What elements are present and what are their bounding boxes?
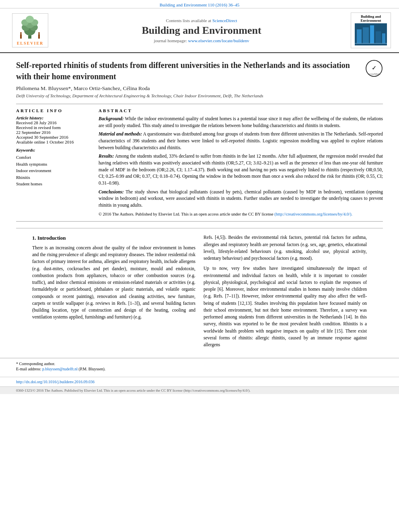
keyword-student-homes: Student homes xyxy=(16,181,90,187)
keyword-rhinitis: Rhinitis xyxy=(16,174,90,181)
keywords-label: Keywords: xyxy=(16,148,90,152)
bottom-bar: 0360-1323/© 2016 The Authors. Published … xyxy=(0,386,399,394)
elsevier-box: ELSEVIER xyxy=(12,13,48,47)
corresponding-author: * Corresponding author. xyxy=(16,362,383,366)
keywords-list: Comfort Health symptoms Indoor environme… xyxy=(16,154,90,187)
email-line: E-mail address: p.bluyssen@tudelft.nl (P… xyxy=(16,367,383,371)
abstract-panel: Abstract Background: While the indoor en… xyxy=(99,108,383,217)
journal-cover-logo: Building andEnvironment xyxy=(351,12,391,48)
open-access-line: © 2016 The Authors. Published by Elsevie… xyxy=(99,211,383,218)
results-text: Among the students studied, 33% declared… xyxy=(99,154,383,185)
keyword-comfort: Comfort xyxy=(16,154,90,161)
svg-point-7 xyxy=(26,16,34,23)
available-date: Available online 1 October 2016 xyxy=(16,140,90,144)
footnote-area: * Corresponding author. E-mail address: … xyxy=(0,358,399,374)
intro-paragraph-right-1: Refs. [4,5]). Besides the environmental … xyxy=(204,234,367,262)
journal-center-block: Contents lists available at ScienceDirec… xyxy=(52,18,351,43)
section-divider xyxy=(16,228,383,228)
cc-license-link[interactable]: (http://creativecommons.org/licenses/by/… xyxy=(274,212,352,216)
conclusions-text: The study shows that biological pollutan… xyxy=(99,189,383,207)
article-info-abstract-container: Article Info Article history: Received 2… xyxy=(16,104,383,222)
background-label: Background: xyxy=(99,116,124,121)
abstract-results: Results: Among the students studied, 33%… xyxy=(99,153,383,186)
svg-rect-17 xyxy=(382,33,385,43)
accepted-date: Accepted 30 September 2016 xyxy=(16,135,90,140)
body-right-column: Refs. [4,5]). Besides the environmental … xyxy=(204,234,367,351)
doi-link[interactable]: http://dx.doi.org/10.1016/j.buildenv.201… xyxy=(16,380,95,384)
svg-rect-16 xyxy=(376,31,381,43)
results-label: Results: xyxy=(99,154,114,158)
bottom-license-link[interactable]: (http://creativecommons.org/licenses/by/… xyxy=(183,388,250,392)
article-info-heading: Article Info xyxy=(16,108,90,113)
email-label: E-mail address: xyxy=(16,367,41,371)
abstract-background: Background: While the indoor environment… xyxy=(99,115,383,129)
article-title-row: Self-reported rhinitis of students from … xyxy=(16,60,383,82)
crossmark-icon: ✓ CrossMark xyxy=(365,60,383,77)
author-email[interactable]: p.bluyssen@tudelft.nl xyxy=(42,367,78,371)
background-text: While the indoor environmental quality o… xyxy=(99,116,383,128)
elsevier-tree-icon xyxy=(16,15,44,39)
elsevier-logo-left: ELSEVIER xyxy=(8,13,52,47)
received-revised-label: Received in revised form xyxy=(16,125,90,130)
homepage-url[interactable]: www.elsevier.com/locate/buildenv xyxy=(188,38,249,43)
journal-header: ELSEVIER Contents lists available at Sci… xyxy=(0,8,399,53)
keyword-health-symptoms: Health symptoms xyxy=(16,161,90,168)
journal-volume-info: Building and Environment 110 (2016) 36–4… xyxy=(0,0,399,8)
intro-paragraph-left: There is an increasing concern about the… xyxy=(32,244,195,321)
keyword-indoor-environment: Indoor environment xyxy=(16,167,90,174)
introduction-heading: 1. Introduction xyxy=(32,234,195,242)
journal-cover-image xyxy=(355,23,387,45)
bottom-links: http://dx.doi.org/10.1016/j.buildenv.201… xyxy=(0,377,399,386)
intro-paragraph-right-2: Up to now, very few studies have investi… xyxy=(204,265,367,348)
issn-line: 0360-1323/© 2016 The Authors. Published … xyxy=(16,388,183,392)
received-date: Received 28 July 2016 xyxy=(16,120,90,125)
homepage-line: journal homepage: www.elsevier.com/locat… xyxy=(52,38,351,43)
svg-text:CrossMark: CrossMark xyxy=(368,72,380,76)
revised-date: 22 September 2016 xyxy=(16,130,90,135)
article-info-panel: Article Info Article history: Received 2… xyxy=(16,108,90,217)
abstract-conclusions: Conclusions: The study shows that biolog… xyxy=(99,189,383,209)
affiliation: Delft University of Technology, Departme… xyxy=(16,93,383,98)
history-label: Article history: xyxy=(16,115,90,120)
svg-rect-0 xyxy=(28,35,31,39)
authors: Philomena M. Bluyssen*, Marco Ortiz-Sanc… xyxy=(16,85,383,92)
sciencedirect-link[interactable]: ScienceDirect xyxy=(212,18,237,23)
elsevier-label: ELSEVIER xyxy=(14,41,46,45)
svg-rect-13 xyxy=(357,29,362,43)
article-section: Self-reported rhinitis of students from … xyxy=(0,53,399,351)
logo-right-title: Building andEnvironment xyxy=(353,14,389,23)
svg-text:✓: ✓ xyxy=(372,65,376,71)
article-history: Article history: Received 28 July 2016 R… xyxy=(16,115,90,144)
abstract-methods: Material and methods: A questionnaire wa… xyxy=(99,131,383,151)
journal-title: Building and Environment xyxy=(52,25,351,37)
body-section: 1. Introduction There is an increasing c… xyxy=(16,234,383,351)
svg-rect-15 xyxy=(370,25,374,43)
methods-label: Material and methods: xyxy=(99,131,142,136)
author-name-short: (P.M. Bluyssen). xyxy=(79,367,106,371)
abstract-heading: Abstract xyxy=(99,108,383,113)
svg-rect-14 xyxy=(363,27,369,43)
article-title: Self-reported rhinitis of students from … xyxy=(16,60,365,82)
conclusions-label: Conclusions: xyxy=(99,189,124,194)
contents-line: Contents lists available at ScienceDirec… xyxy=(52,18,351,23)
keywords-section: Keywords: Comfort Health symptoms Indoor… xyxy=(16,148,90,187)
body-left-column: 1. Introduction There is an increasing c… xyxy=(32,234,195,351)
